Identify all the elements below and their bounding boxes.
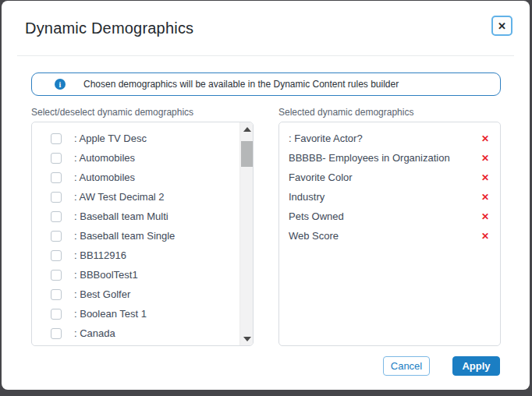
available-list-item[interactable]: : Boolean Test 1 <box>32 304 239 324</box>
item-checkbox[interactable] <box>51 153 62 164</box>
selected-list-label: Selected dynamic demographics <box>278 107 501 118</box>
item-label: : Baseball team Single <box>74 230 175 242</box>
header-divider <box>17 55 514 56</box>
modal-header: Dynamic Demographics ✕ <box>2 1 530 37</box>
scrollbar-thumb[interactable] <box>241 141 253 167</box>
item-checkbox[interactable] <box>51 289 62 300</box>
selected-list-item: Industry✕ <box>279 187 500 207</box>
info-icon: i <box>55 79 66 90</box>
cancel-button[interactable]: Cancel <box>383 356 430 376</box>
available-column: Select/deselect dynamic demographics : A… <box>31 107 254 346</box>
selected-list-item: Pets Owned✕ <box>279 207 500 226</box>
item-checkbox[interactable] <box>51 192 62 203</box>
selected-column: Selected dynamic demographics : Favorite… <box>278 107 501 346</box>
page-title: Dynamic Demographics <box>25 19 512 37</box>
info-banner: i Chosen demographics will be available … <box>31 72 501 96</box>
item-label: : Canada <box>74 327 115 339</box>
item-checkbox[interactable] <box>51 133 62 144</box>
available-list-item[interactable]: : BBBoolTest1 <box>32 265 239 285</box>
remove-item-icon[interactable]: ✕ <box>481 193 489 202</box>
dynamic-demographics-modal: Dynamic Demographics ✕ i Chosen demograp… <box>2 1 530 390</box>
available-list-item[interactable]: : Baseball team Multi <box>32 207 239 226</box>
available-list-item[interactable]: : Baseball team Single <box>32 226 239 246</box>
item-checkbox[interactable] <box>51 250 62 261</box>
available-rows: : Apple TV Desc: Automobiles: Automobile… <box>32 129 239 343</box>
item-label: : BB112916 <box>74 249 126 261</box>
item-label: : Boolean Test 1 <box>74 308 147 320</box>
close-button[interactable]: ✕ <box>491 16 512 36</box>
item-checkbox[interactable] <box>51 231 62 242</box>
close-icon: ✕ <box>498 21 506 31</box>
item-checkbox[interactable] <box>51 172 62 183</box>
info-banner-text: Chosen demographics will be available in… <box>83 79 399 90</box>
demographics-columns: Select/deselect dynamic demographics : A… <box>2 96 530 346</box>
available-list-item[interactable]: : Best Golfer <box>32 285 239 304</box>
scroll-down-arrow-icon[interactable] <box>240 332 254 345</box>
item-label: : Baseball team Multi <box>74 210 168 222</box>
item-checkbox[interactable] <box>51 309 62 320</box>
item-label: : BBBoolTest1 <box>74 269 138 281</box>
available-list-item[interactable]: : Canada <box>32 324 239 343</box>
selected-list-item: Web Score✕ <box>279 226 500 246</box>
selected-item-label: Pets Owned <box>289 210 481 222</box>
selected-list: : Favorite Actor?✕BBBBB- Employees in Or… <box>278 122 501 346</box>
item-label: : Automobiles <box>74 171 135 183</box>
available-list-item[interactable]: : AW Test Decimal 2 <box>32 187 239 207</box>
selected-item-label: Favorite Color <box>289 171 481 183</box>
remove-item-icon[interactable]: ✕ <box>481 212 489 221</box>
selected-item-label: Web Score <box>289 230 481 242</box>
selected-list-item: BBBBB- Employees in Organization✕ <box>279 148 500 168</box>
remove-item-icon[interactable]: ✕ <box>481 173 489 182</box>
modal-footer: Cancel Apply <box>2 346 530 376</box>
available-list: : Apple TV Desc: Automobiles: Automobile… <box>31 122 254 346</box>
item-checkbox[interactable] <box>51 328 62 339</box>
vertical-scrollbar[interactable] <box>239 122 253 345</box>
available-list-item[interactable]: : Automobiles <box>32 148 239 168</box>
available-list-label: Select/deselect dynamic demographics <box>31 107 254 118</box>
selected-item-label: : Favorite Actor? <box>289 133 481 144</box>
scroll-up-arrow-icon[interactable] <box>240 122 254 136</box>
available-list-item[interactable]: : Apple TV Desc <box>32 129 239 148</box>
remove-item-icon[interactable]: ✕ <box>481 232 489 241</box>
remove-item-icon[interactable]: ✕ <box>481 154 489 163</box>
available-list-item[interactable]: : Automobiles <box>32 168 239 187</box>
apply-button[interactable]: Apply <box>452 356 500 376</box>
item-checkbox[interactable] <box>51 270 62 281</box>
selected-list-item: : Favorite Actor?✕ <box>279 129 500 148</box>
selected-rows: : Favorite Actor?✕BBBBB- Employees in Or… <box>279 129 500 246</box>
selected-list-item: Favorite Color✕ <box>279 168 500 187</box>
selected-item-label: BBBBB- Employees in Organization <box>289 152 481 164</box>
item-label: : AW Test Decimal 2 <box>74 191 165 203</box>
item-checkbox[interactable] <box>51 211 62 222</box>
selected-item-label: Industry <box>289 191 481 203</box>
item-label: : Automobiles <box>74 152 135 164</box>
item-label: : Best Golfer <box>74 288 130 300</box>
available-list-item[interactable]: : BB112916 <box>32 246 239 265</box>
item-label: : Apple TV Desc <box>74 133 147 144</box>
remove-item-icon[interactable]: ✕ <box>481 134 489 143</box>
